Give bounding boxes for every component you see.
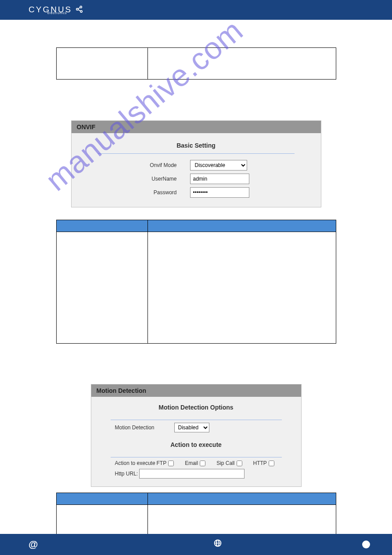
onvif-panel: ONVIF Basic Setting Onvif Mode Discovera…	[71, 120, 321, 207]
cell-meaning	[147, 505, 336, 535]
logo-icon	[75, 5, 84, 15]
label-password: Password	[133, 189, 190, 196]
label-motion-detection: Motion Detection	[115, 424, 174, 431]
label-http: HTTP	[253, 460, 267, 466]
select-onvif-mode[interactable]: Discoverable	[190, 160, 247, 170]
table-row	[56, 232, 336, 344]
row-username: UserName	[80, 174, 312, 184]
motion-panel: Motion Detection Motion Detection Option…	[91, 384, 302, 487]
cell-field	[56, 48, 147, 80]
table-header-row	[56, 220, 336, 232]
cell-meaning	[147, 48, 336, 80]
checkbox-ftp[interactable]	[168, 461, 174, 466]
checkbox-group-actions: FTP Email Sip Call HTTP	[157, 460, 274, 466]
action-section-title: Action to execute	[115, 439, 277, 453]
footer-bar: @	[0, 534, 392, 555]
checkbox-email[interactable]	[200, 461, 205, 466]
parameter-table-2	[56, 220, 336, 344]
dot-icon	[362, 540, 370, 548]
header-field	[56, 220, 147, 232]
onvif-panel-title: ONVIF	[72, 121, 321, 133]
cell-field	[56, 505, 147, 535]
globe-icon	[213, 539, 222, 550]
header-bar: CYGNUS	[0, 0, 392, 20]
divider	[111, 420, 282, 420]
row-motion-detection: Motion Detection Disabled	[97, 423, 295, 432]
label-username: UserName	[133, 176, 190, 182]
page-content: ONVIF Basic Setting Onvif Mode Discovera…	[0, 47, 392, 535]
table-row	[56, 48, 336, 80]
select-motion-detection[interactable]: Disabled	[174, 423, 209, 432]
label-onvif-mode: Onvif Mode	[133, 162, 190, 168]
onvif-section-title: Basic Setting	[98, 139, 295, 154]
table-row	[56, 505, 336, 535]
at-icon: @	[29, 539, 38, 550]
header-meaning	[147, 220, 336, 232]
checkbox-sip[interactable]	[237, 461, 242, 466]
input-password[interactable]	[190, 187, 249, 198]
table-header-row	[56, 493, 336, 505]
label-action-execute: Action to execute	[115, 460, 157, 466]
motion-panel-title: Motion Detection	[91, 385, 301, 397]
row-action-execute: Action to execute FTP Email Sip Call HTT…	[97, 460, 295, 466]
motion-panel-body: Motion Detection Options Motion Detectio…	[91, 397, 301, 486]
logo-text-sub: electronics	[47, 11, 67, 15]
label-ftp: FTP	[157, 460, 167, 466]
divider	[111, 457, 282, 457]
label-email: Email	[185, 460, 198, 466]
onvif-panel-body: Basic Setting Onvif Mode Discoverable Us…	[72, 133, 321, 207]
motion-section-title: Motion Detection Options	[115, 401, 277, 415]
parameter-table-3	[56, 493, 336, 535]
cell-meaning	[147, 232, 336, 344]
input-http-url[interactable]	[139, 469, 245, 479]
row-onvif-mode: Onvif Mode Discoverable	[80, 160, 312, 170]
header-field	[56, 493, 147, 505]
row-password: Password	[80, 187, 312, 198]
row-http-url: Http URL:	[97, 469, 295, 479]
input-username[interactable]	[190, 174, 249, 184]
cell-field	[56, 232, 147, 344]
header-meaning	[147, 493, 336, 505]
checkbox-http[interactable]	[269, 461, 274, 466]
label-sip: Sip Call	[216, 460, 234, 466]
parameter-table-1	[56, 47, 336, 80]
